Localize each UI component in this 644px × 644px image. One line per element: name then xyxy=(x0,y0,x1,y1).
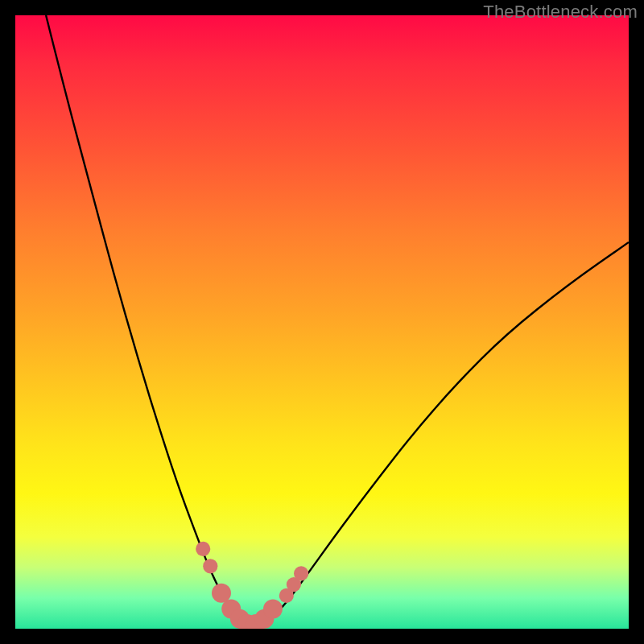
chart-svg xyxy=(15,15,629,629)
chart-area xyxy=(15,15,629,629)
watermark-text: TheBottleneck.com xyxy=(483,2,638,23)
curve-marker xyxy=(203,559,217,573)
bottleneck-curve xyxy=(46,15,629,625)
curve-marker xyxy=(263,600,283,619)
curve-marker xyxy=(212,584,231,603)
curve-marker xyxy=(294,566,308,580)
curve-marker xyxy=(196,542,210,556)
curve-markers xyxy=(196,542,308,629)
